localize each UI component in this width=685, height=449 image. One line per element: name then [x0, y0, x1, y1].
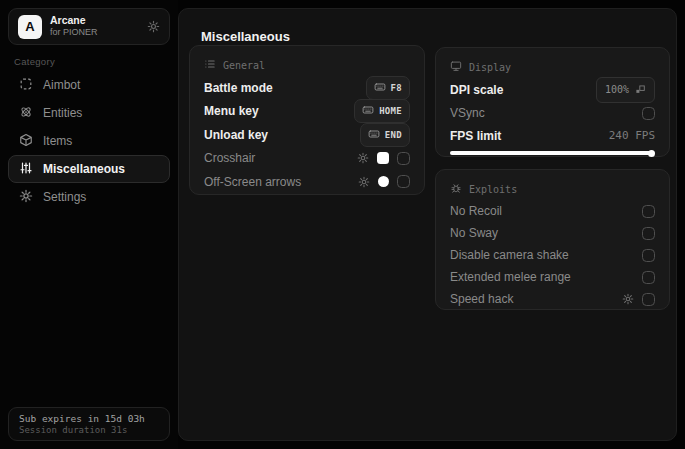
display-panel-header: Display: [450, 60, 655, 74]
dpi-scale-select[interactable]: 100%: [596, 77, 655, 103]
keybind-button-menu-key[interactable]: HOME: [354, 99, 410, 123]
sidebar-item-label: Items: [43, 134, 72, 148]
keyboard-icon: [374, 79, 386, 97]
sidebar-item-items[interactable]: Items: [8, 127, 170, 155]
keybind-button-battle-mode[interactable]: F8: [366, 76, 410, 100]
setting-label: Extended melee range: [450, 270, 571, 284]
session-duration-text: Session duration 31s: [19, 425, 159, 435]
display-panel-title: Display: [469, 62, 511, 73]
setting-label: Off-Screen arrows: [204, 175, 301, 189]
extended-melee-range-checkbox[interactable]: [642, 271, 655, 284]
setting-label: Crosshair: [204, 151, 255, 165]
setting-row-no-sway: No Sway: [450, 222, 655, 244]
fps-limit-slider[interactable]: [450, 149, 655, 156]
setting-label: DPI scale: [450, 83, 503, 97]
sidebar-item-label: Settings: [43, 190, 86, 204]
vsync-checkbox[interactable]: [642, 107, 655, 120]
general-panel-title: General: [223, 60, 265, 71]
exploits-panel-header: Exploits: [450, 182, 655, 196]
sidebar: A Arcane for PIONER Category Aimbot: [0, 0, 178, 449]
scale-icon: [635, 81, 646, 99]
sidebar-item-settings[interactable]: Settings: [8, 183, 170, 211]
no-recoil-checkbox[interactable]: [642, 205, 655, 218]
setting-label: Battle mode: [204, 81, 273, 95]
gear-icon: [19, 189, 33, 206]
setting-label: Unload key: [204, 128, 268, 142]
app-logo: A: [18, 15, 42, 39]
setting-row-unload-key: Unload key END: [204, 123, 410, 147]
sidebar-item-aimbot[interactable]: Aimbot: [8, 71, 170, 99]
gear-icon[interactable]: [147, 20, 160, 33]
sidebar-item-label: Aimbot: [43, 78, 80, 92]
disable-camera-shake-checkbox[interactable]: [642, 249, 655, 262]
app-header-card: A Arcane for PIONER: [8, 8, 170, 45]
setting-label: Menu key: [204, 104, 259, 118]
setting-label: VSync: [450, 106, 485, 120]
setting-label: No Recoil: [450, 204, 502, 218]
keybind-value: HOME: [379, 106, 402, 116]
color-swatch[interactable]: [378, 176, 389, 187]
sidebar-item-miscellaneous[interactable]: Miscellaneous: [8, 155, 170, 183]
app-brand: Arcane for PIONER: [50, 14, 139, 38]
list-icon: [204, 58, 216, 72]
setting-row-battle-mode: Battle mode F8: [204, 76, 410, 100]
main-panel: Miscellaneous General Battle mode: [178, 8, 677, 441]
gear-icon[interactable]: [357, 152, 369, 164]
monitor-icon: [450, 60, 462, 74]
setting-label: Disable camera shake: [450, 248, 569, 262]
setting-row-no-recoil: No Recoil: [450, 200, 655, 222]
page-title: Miscellaneous: [201, 29, 290, 44]
package-icon: [19, 133, 33, 150]
atom-icon: [19, 105, 33, 122]
subscription-card: Sub expires in 15d 03h Session duration …: [8, 407, 170, 441]
setting-row-menu-key: Menu key HOME: [204, 100, 410, 124]
setting-label: No Sway: [450, 226, 498, 240]
setting-row-extended-melee-range: Extended melee range: [450, 266, 655, 288]
sidebar-item-entities[interactable]: Entities: [8, 99, 170, 127]
setting-row-fps-limit: FPS limit 240 FPS: [450, 125, 655, 146]
dpi-scale-value: 100%: [605, 84, 629, 95]
setting-row-dpi-scale: DPI scale 100%: [450, 78, 655, 102]
speed-hack-checkbox[interactable]: [642, 293, 655, 306]
app-name: Arcane: [50, 14, 139, 27]
bug-icon: [450, 182, 462, 196]
category-label: Category: [14, 56, 55, 67]
fps-slider-fill: [450, 151, 651, 155]
no-sway-checkbox[interactable]: [642, 227, 655, 240]
setting-row-vsync: VSync: [450, 102, 655, 126]
sidebar-item-label: Miscellaneous: [43, 162, 125, 176]
keybind-value: F8: [391, 83, 402, 93]
sliders-icon: [19, 161, 33, 178]
fps-slider-knob[interactable]: [648, 150, 655, 157]
color-swatch[interactable]: [377, 152, 389, 164]
display-panel: Display DPI scale 100% VSync FPS limit 2…: [435, 47, 670, 157]
keybind-value: END: [385, 130, 402, 140]
setting-label: FPS limit: [450, 129, 501, 143]
gear-icon[interactable]: [622, 293, 634, 305]
sub-expires-text: Sub expires in 15d 03h: [19, 413, 159, 424]
keybind-button-unload-key[interactable]: END: [360, 123, 410, 147]
general-panel-header: General: [204, 58, 410, 72]
offscreen-arrows-checkbox[interactable]: [397, 175, 410, 188]
setting-row-speed-hack: Speed hack: [450, 288, 655, 310]
app-subtitle: for PIONER: [50, 27, 139, 38]
setting-label: Speed hack: [450, 292, 513, 306]
scan-icon: [19, 77, 33, 94]
fps-limit-value: 240 FPS: [609, 129, 655, 142]
keyboard-icon: [368, 126, 380, 144]
setting-row-crosshair: Crosshair: [204, 147, 410, 171]
crosshair-checkbox[interactable]: [397, 152, 410, 165]
sidebar-nav: Aimbot Entities Items: [8, 71, 170, 211]
keyboard-icon: [362, 102, 374, 120]
sidebar-item-label: Entities: [43, 106, 82, 120]
general-panel: General Battle mode F8 Menu key: [189, 45, 425, 195]
gear-icon[interactable]: [358, 176, 370, 188]
exploits-panel-title: Exploits: [469, 184, 517, 195]
exploits-panel: Exploits No Recoil No Sway Disable camer…: [435, 169, 670, 310]
app-logo-letter: A: [25, 19, 34, 34]
setting-row-disable-camera-shake: Disable camera shake: [450, 244, 655, 266]
setting-row-offscreen-arrows: Off-Screen arrows: [204, 170, 410, 194]
